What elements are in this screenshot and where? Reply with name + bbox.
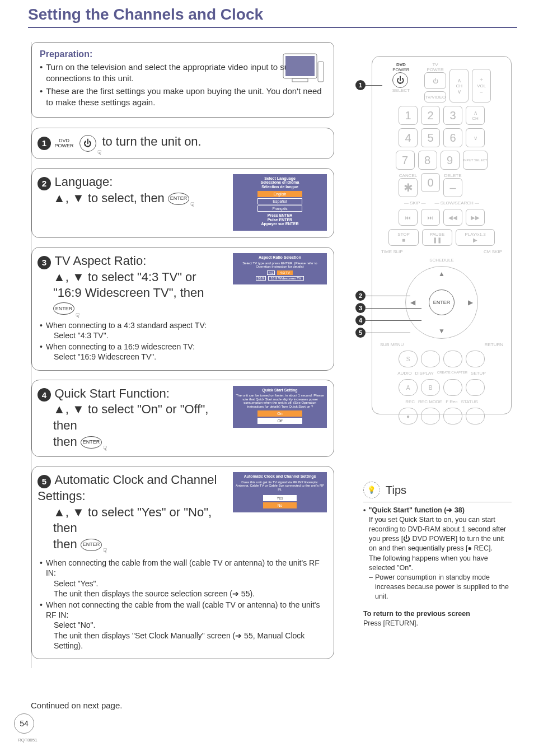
osd-option: 16:916:9 Widescreen TV: [249, 276, 311, 281]
hand-icon: ☟: [76, 312, 79, 320]
callout-badge: 4: [355, 315, 366, 325]
osd-option: No: [263, 502, 297, 508]
hand-icon: ☟: [103, 445, 107, 454]
osd-language: Select Language Seleccione el idioma Sél…: [233, 174, 327, 231]
vol-rocker: ＋VOL－: [472, 69, 491, 102]
enter-icon: ENTER☟: [81, 539, 102, 551]
enter-icon: ENTER☟: [168, 193, 189, 205]
enter-button: ENTER: [429, 290, 455, 315]
ch-rocker: ∧CH: [466, 106, 485, 125]
tips-text: If you set Quick Start to on, you can st…: [363, 515, 512, 553]
hand-icon: ☟: [97, 149, 101, 157]
right-arrow-icon: ▶: [468, 298, 473, 306]
step5-title: Automatic Clock and Channel Settings:: [38, 473, 217, 503]
osd-option: Español: [257, 198, 302, 204]
enter-icon: ENTER☟: [81, 436, 102, 449]
tips-lead: "Quick Start" function (➔ 38): [368, 506, 464, 515]
tips-return-body: Press [RETURN].: [363, 619, 512, 628]
stop-button: STOP■: [388, 229, 419, 246]
step-3: 3 TV Aspect Ratio: ▲, ▼ to select "4:3 T…: [31, 247, 334, 371]
tv-power-button: ⏻: [424, 72, 446, 89]
preparation-box: Preparation: Turn on the television and …: [31, 42, 334, 118]
remote-illustration: DVDPOWER ⏻ SELECT TVPOWER ⏻ TV/VIDEO ∧CH…: [372, 56, 512, 414]
tips-section: 💡 Tips "Quick Start" function (➔ 38) If …: [363, 482, 512, 628]
osd-option: Off: [257, 418, 302, 424]
step-2: 2 Language: ▲, ▼ to select, then ENTER☟ …: [31, 168, 334, 238]
tips-title: Tips: [386, 483, 406, 498]
step-number-icon: 3: [38, 256, 51, 269]
down-arrow-icon: ▼: [438, 327, 445, 335]
callout-badge: 5: [355, 328, 366, 338]
callout-badge: 1: [355, 80, 366, 90]
step4-title: Quick Start Function:: [54, 386, 169, 400]
svg-rect-1: [285, 56, 315, 76]
tips-icon: 💡: [363, 482, 380, 498]
step3-title: TV Aspect Ratio:: [54, 254, 146, 268]
step2-instr: ▲, ▼ to select, then: [53, 191, 168, 205]
left-arrow-icon: ◀: [410, 298, 415, 306]
skip-fwd-icon: ⏭: [421, 209, 440, 226]
tips-text: Power consumption in standby mode increa…: [375, 573, 512, 601]
step4-instr: ▲, ▼ to select "On" or "Off", then: [53, 402, 208, 432]
skip-back-icon: ⏮: [399, 209, 418, 226]
continued-text: Continued on next page.: [31, 701, 122, 710]
hand-icon: ☟: [190, 201, 194, 210]
power-icon: ⏻: [392, 72, 408, 88]
ffwd-icon: ▶▶: [466, 209, 485, 226]
step3-notes: When connecting to a 4:3 standard aspect…: [38, 320, 327, 362]
tips-text: The following happens when you have sele…: [363, 554, 512, 573]
svg-rect-2: [292, 78, 308, 82]
step-1: 1 DVDPOWER ⏻☟ to turn the unit on.: [31, 128, 334, 159]
step-5: 5 Automatic Clock and Channel Settings: …: [31, 466, 334, 659]
play-button: PLAY/x1.3▶: [456, 229, 495, 246]
callout-badge: 3: [355, 303, 366, 313]
dvd-power-label: DVDPOWER: [54, 138, 73, 148]
step-number-icon: 5: [38, 475, 51, 488]
osd-option: On: [257, 410, 302, 417]
step-number-icon: 2: [38, 177, 51, 190]
page-title: Setting the Channels and Clock: [28, 6, 517, 28]
step5-notes: When connecting the cable from the wall …: [38, 558, 327, 651]
osd-option: Français: [257, 206, 302, 212]
osd-quickstart: Quick Start Setting The unit can be turn…: [233, 386, 327, 428]
osd-auto-clock: Automatic Clock and Channel Settings Doe…: [233, 472, 327, 512]
main-flow: Preparation: Turn on the television and …: [31, 42, 344, 668]
tips-return-header: To return to the previous screen: [363, 610, 470, 618]
up-arrow-icon: ▲: [438, 270, 445, 278]
ch-rocker: ∧CH∨: [449, 69, 469, 102]
rewind-icon: ◀◀: [443, 209, 462, 226]
svg-rect-3: [318, 62, 324, 82]
step-number-icon: 1: [38, 137, 51, 150]
osd-option: Yes: [263, 495, 297, 501]
osd-option: English: [257, 191, 302, 197]
power-icon: ⏻☟: [79, 135, 96, 152]
step-4: 4 Quick Start Function: ▲, ▼ to select "…: [31, 380, 334, 458]
step2-title: Language:: [54, 175, 113, 189]
step5-instr: ▲, ▼ to select "Yes" or "No", then: [53, 505, 212, 535]
step-number-icon: 4: [38, 388, 51, 402]
doc-id: RQT8851: [18, 738, 38, 743]
enter-icon: ENTER☟: [53, 302, 74, 315]
tv-video-button: TV/VIDEO: [424, 91, 446, 102]
pause-button: PAUSE❚❚: [422, 229, 452, 246]
tv-illustration: [282, 50, 327, 90]
page-number: 54: [14, 713, 34, 734]
hand-icon: ☟: [103, 547, 107, 556]
callout-badge: 2: [355, 291, 366, 301]
step1-text: to turn the unit on.: [102, 134, 201, 148]
osd-aspect: Aspect Ratio Selection Select TV type an…: [233, 253, 327, 284]
step3-instr: ▲, ▼ to select "4:3 TV" or "16:9 Widescr…: [38, 269, 227, 301]
nav-wheel: ▲ ▼ ◀ ▶ ENTER: [405, 266, 478, 339]
osd-option: 4:34:3 TV: [249, 270, 311, 275]
